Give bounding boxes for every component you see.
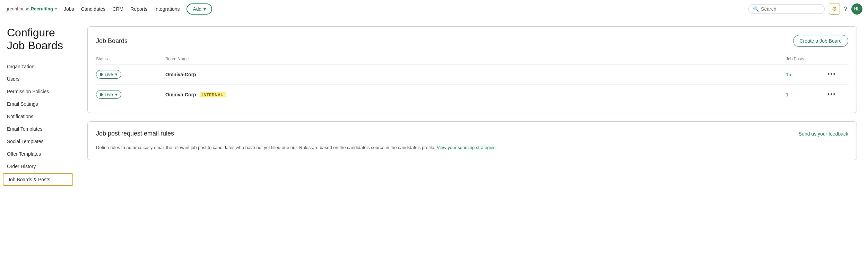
sidebar-item-job-boards-posts[interactable]: Job Boards & Posts bbox=[3, 173, 73, 186]
add-chevron-icon: ▾ bbox=[203, 6, 206, 12]
sourcing-strategies-link[interactable]: View your sourcing strategies. bbox=[437, 145, 497, 150]
sidebar-item-offer-templates[interactable]: Offer Templates bbox=[0, 148, 76, 160]
row1-status: Live ▾ bbox=[96, 70, 165, 79]
row2-actions: ••• bbox=[827, 91, 848, 98]
feedback-link[interactable]: Send us your feedback bbox=[799, 131, 848, 137]
email-rules-title: Job post request email rules bbox=[96, 130, 174, 137]
row1-actions: ••• bbox=[827, 71, 848, 78]
col-job-posts: Job Posts bbox=[786, 56, 827, 61]
row2-status: Live ▾ bbox=[96, 90, 165, 99]
nav-links: Jobs Candidates CRM Reports Integrations bbox=[64, 6, 180, 12]
page-layout: Configure Job Boards Organization Users … bbox=[0, 18, 868, 261]
row2-board-name: Omniva-Corp INTERNAL bbox=[165, 92, 786, 97]
row1-board-name: Omniva-Corp bbox=[165, 72, 786, 77]
col-actions bbox=[827, 56, 848, 61]
settings-button[interactable]: ⚙ bbox=[829, 3, 840, 15]
search-input[interactable] bbox=[761, 6, 820, 12]
sidebar-item-users[interactable]: Users bbox=[0, 73, 76, 85]
search-bar[interactable]: 🔍 bbox=[748, 4, 825, 14]
col-board-name: Board Name bbox=[165, 56, 786, 61]
live-chevron-icon-1: ▾ bbox=[115, 72, 118, 77]
rules-description: Define rules to automatically email the … bbox=[96, 144, 848, 151]
job-boards-header: Job Boards Create a Job Board bbox=[96, 35, 848, 47]
job-boards-title: Job Boards bbox=[96, 37, 128, 45]
row2-more-button[interactable]: ••• bbox=[827, 91, 836, 98]
table-row: Live ▾ Omniva-Corp INTERNAL 1 ••• bbox=[96, 85, 848, 104]
row1-job-posts: 15 bbox=[786, 72, 827, 77]
table-row: Live ▾ Omniva-Corp 15 ••• bbox=[96, 64, 848, 85]
email-rules-header: Job post request email rules Send us you… bbox=[96, 130, 848, 137]
nav-reports[interactable]: Reports bbox=[130, 6, 147, 12]
sidebar-item-social-templates[interactable]: Social Templates bbox=[0, 135, 76, 148]
job-boards-section: Job Boards Create a Job Board Status Boa… bbox=[87, 26, 857, 113]
nav-candidates[interactable]: Candidates bbox=[81, 6, 106, 12]
live-dot-1 bbox=[100, 73, 103, 76]
add-button[interactable]: Add ▾ bbox=[186, 3, 212, 15]
email-rules-section: Job post request email rules Send us you… bbox=[87, 121, 857, 160]
live-dot-2 bbox=[100, 93, 103, 96]
job-posts-link-1[interactable]: 15 bbox=[786, 72, 791, 77]
search-icon: 🔍 bbox=[753, 6, 759, 12]
sidebar-item-email-templates[interactable]: Email Templates bbox=[0, 123, 76, 135]
logo-chevron-icon[interactable]: ▾ bbox=[55, 7, 57, 11]
logo-greenhouse-text: greenhouse bbox=[6, 6, 29, 11]
internal-badge: INTERNAL bbox=[200, 92, 226, 97]
live-chevron-icon-2: ▾ bbox=[115, 92, 118, 97]
top-navigation: greenhouse Recruiting ▾ Jobs Candidates … bbox=[0, 0, 868, 18]
main-content: Job Boards Create a Job Board Status Boa… bbox=[76, 18, 868, 261]
page-title: Configure Job Boards bbox=[0, 26, 76, 60]
sidebar-item-email-settings[interactable]: Email Settings bbox=[0, 98, 76, 110]
sidebar-item-notifications[interactable]: Notifications bbox=[0, 110, 76, 123]
row1-more-button[interactable]: ••• bbox=[827, 71, 836, 78]
table-header: Status Board Name Job Posts bbox=[96, 54, 848, 64]
nav-integrations[interactable]: Integrations bbox=[154, 6, 180, 12]
logo-recruiting-text: Recruiting bbox=[31, 6, 53, 11]
live-badge-1[interactable]: Live ▾ bbox=[96, 70, 121, 79]
sidebar-item-permission-policies[interactable]: Permission Policies bbox=[0, 85, 76, 98]
avatar[interactable]: HL bbox=[851, 3, 862, 15]
col-status: Status bbox=[96, 56, 165, 61]
live-badge-2[interactable]: Live ▾ bbox=[96, 90, 121, 99]
sidebar-item-order-history[interactable]: Order History bbox=[0, 160, 76, 173]
row2-job-posts: 1 bbox=[786, 92, 827, 97]
logo[interactable]: greenhouse Recruiting ▾ bbox=[6, 6, 57, 11]
nav-right: 🔍 ⚙ ? HL bbox=[748, 3, 862, 15]
sidebar-item-organization[interactable]: Organization bbox=[0, 60, 76, 73]
sidebar: Configure Job Boards Organization Users … bbox=[0, 18, 76, 261]
create-job-board-button[interactable]: Create a Job Board bbox=[793, 35, 848, 47]
help-button[interactable]: ? bbox=[844, 6, 847, 12]
job-posts-link-2[interactable]: 1 bbox=[786, 92, 789, 97]
nav-crm[interactable]: CRM bbox=[112, 6, 123, 12]
nav-jobs[interactable]: Jobs bbox=[64, 6, 74, 12]
